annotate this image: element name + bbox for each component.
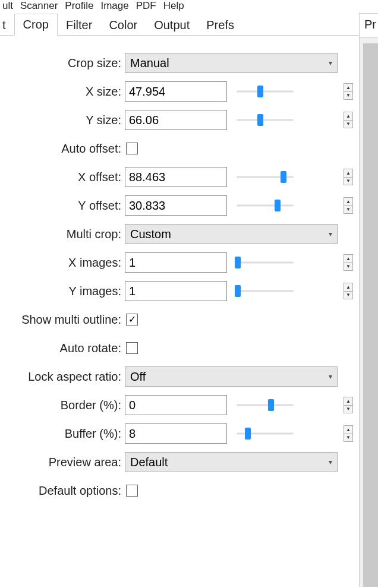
auto-rotate-label: Auto rotate: <box>0 342 125 355</box>
tab-output[interactable]: Output <box>146 15 198 36</box>
spinner-down-icon[interactable]: ▼ <box>344 292 352 299</box>
lock-aspect-value: Off <box>130 370 146 384</box>
chevron-down-icon: ▾ <box>329 230 332 238</box>
spinner-up-icon[interactable]: ▲ <box>344 84 352 92</box>
border-label: Border (%): <box>0 399 125 412</box>
show-outline-label: Show multi outline: <box>0 313 125 327</box>
multi-crop-select[interactable]: Custom ▾ <box>125 224 338 244</box>
y-images-label: Y images: <box>0 284 125 298</box>
chevron-down-icon: ▾ <box>329 458 332 466</box>
buffer-spinner[interactable]: ▲ ▼ <box>344 425 353 442</box>
spinner-down-icon[interactable]: ▼ <box>344 434 352 442</box>
menubar: ult Scanner Profile Image PDF Help <box>0 0 378 12</box>
chevron-down-icon: ▾ <box>329 372 332 381</box>
x-size-slider[interactable] <box>237 86 294 97</box>
crop-size-label: Crop size: <box>0 56 125 70</box>
spinner-up-icon[interactable]: ▲ <box>344 112 352 121</box>
menu-item[interactable]: PDF <box>136 0 156 12</box>
y-size-input[interactable] <box>125 110 227 130</box>
default-options-checkbox[interactable] <box>126 485 138 497</box>
preview-area-select[interactable]: Default ▾ <box>125 452 338 472</box>
spinner-down-icon[interactable]: ▼ <box>344 92 352 100</box>
y-offset-spinner[interactable]: ▲ ▼ <box>344 197 353 214</box>
border-spinner[interactable]: ▲ ▼ <box>344 397 353 413</box>
spinner-up-icon[interactable]: ▲ <box>344 169 352 178</box>
menu-item[interactable]: Help <box>163 0 184 12</box>
preview-area <box>363 43 378 587</box>
spinner-down-icon[interactable]: ▼ <box>344 206 352 214</box>
auto-offset-label: Auto offset: <box>0 142 125 156</box>
auto-offset-checkbox[interactable] <box>126 143 138 154</box>
x-images-input[interactable] <box>125 252 227 273</box>
x-offset-input[interactable] <box>125 167 227 187</box>
x-images-spinner[interactable]: ▲ ▼ <box>344 254 353 271</box>
x-size-label: X size: <box>0 85 125 99</box>
multi-crop-label: Multi crop: <box>0 227 125 241</box>
tab-filter[interactable]: Filter <box>58 15 100 36</box>
y-offset-slider[interactable] <box>237 200 294 211</box>
tabbar: t Crop Filter Color Output Prefs <box>0 12 378 36</box>
y-size-label: Y size: <box>0 113 125 127</box>
crop-form: Crop size: Manual ▾ X size: ▲ ▼ Y size: <box>0 36 357 505</box>
preview-area-value: Default <box>130 456 168 469</box>
x-images-slider[interactable] <box>237 257 294 268</box>
menu-item[interactable]: Image <box>100 0 128 12</box>
border-slider[interactable] <box>237 399 294 411</box>
menu-item[interactable]: Profile <box>65 0 93 12</box>
y-images-input[interactable] <box>125 281 227 301</box>
x-size-spinner[interactable]: ▲ ▼ <box>344 83 353 100</box>
y-size-spinner[interactable]: ▲ ▼ <box>344 112 353 128</box>
x-images-label: X images: <box>0 256 125 270</box>
tab-crop[interactable]: Crop <box>14 14 58 36</box>
menu-item[interactable]: Scanner <box>20 0 58 12</box>
spinner-down-icon[interactable]: ▼ <box>344 406 352 413</box>
buffer-label: Buffer (%): <box>0 427 125 441</box>
y-offset-label: Y offset: <box>0 199 125 213</box>
menu-item[interactable]: ult <box>2 0 13 12</box>
tab-cut[interactable]: t <box>0 15 14 36</box>
lock-aspect-label: Lock aspect ratio: <box>0 370 125 384</box>
crop-size-select[interactable]: Manual ▾ <box>125 53 338 73</box>
chevron-down-icon: ▾ <box>329 59 332 67</box>
crop-size-value: Manual <box>130 56 169 70</box>
y-images-spinner[interactable]: ▲ ▼ <box>344 283 353 299</box>
x-offset-label: X offset: <box>0 170 125 184</box>
x-offset-slider[interactable] <box>237 171 294 183</box>
tab-prefs[interactable]: Prefs <box>198 15 242 36</box>
buffer-slider[interactable] <box>237 428 294 440</box>
y-images-slider[interactable] <box>237 285 294 297</box>
preview-area-label: Preview area: <box>0 456 125 469</box>
spinner-down-icon[interactable]: ▼ <box>344 121 352 128</box>
multi-crop-value: Custom <box>130 227 171 241</box>
show-outline-checkbox[interactable] <box>126 314 138 325</box>
spinner-up-icon[interactable]: ▲ <box>344 426 352 434</box>
spinner-up-icon[interactable]: ▲ <box>344 283 352 292</box>
auto-rotate-checkbox[interactable] <box>126 342 138 354</box>
spinner-up-icon[interactable]: ▲ <box>344 397 352 406</box>
preview-panel: Pr <box>359 13 378 587</box>
y-size-slider[interactable] <box>237 114 294 126</box>
y-offset-input[interactable] <box>125 195 227 216</box>
spinner-up-icon[interactable]: ▲ <box>344 198 352 206</box>
border-input[interactable] <box>125 395 227 415</box>
preview-tab[interactable]: Pr <box>360 14 378 38</box>
buffer-input[interactable] <box>125 423 227 444</box>
tab-color[interactable]: Color <box>100 15 146 36</box>
spinner-down-icon[interactable]: ▼ <box>344 263 352 271</box>
spinner-down-icon[interactable]: ▼ <box>344 178 352 185</box>
default-options-label: Default options: <box>0 484 125 498</box>
x-size-input[interactable] <box>125 81 227 102</box>
lock-aspect-select[interactable]: Off ▾ <box>125 366 338 387</box>
x-offset-spinner[interactable]: ▲ ▼ <box>344 169 353 185</box>
spinner-up-icon[interactable]: ▲ <box>344 255 352 263</box>
